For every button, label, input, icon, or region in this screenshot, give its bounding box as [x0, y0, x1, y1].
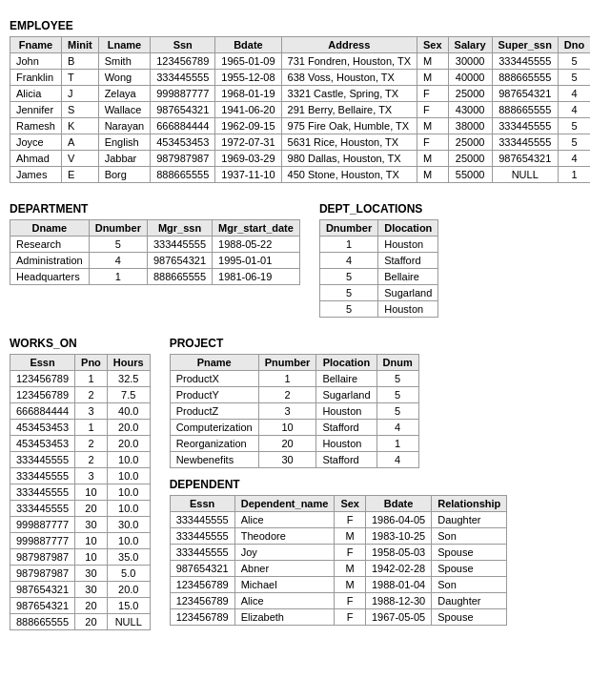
- table-cell: M: [417, 53, 449, 70]
- table-cell: 333445555: [492, 134, 558, 151]
- table-cell: 10.0: [107, 452, 150, 468]
- table-row: 3334455551010.0: [10, 484, 151, 501]
- table-cell: 888665555: [151, 167, 215, 183]
- table-cell: 638 Voss, Houston, TX: [281, 70, 417, 86]
- project-section: PROJECT PnamePnumberPlocationDnum Produc…: [170, 337, 580, 468]
- column-header: Bdate: [365, 496, 431, 512]
- table-cell: Alicia: [10, 86, 62, 102]
- table-cell: 1995-01-01: [213, 253, 300, 269]
- table-cell: F: [335, 593, 366, 609]
- table-row: 123456789132.5: [10, 371, 151, 387]
- table-row: AliciaJZelaya9998877771968-01-193321 Cas…: [10, 86, 591, 102]
- table-row: Administration49876543211995-01-01: [10, 253, 300, 269]
- table-cell: 987654321: [492, 151, 558, 167]
- table-cell: 333445555: [10, 484, 75, 501]
- table-cell: Stafford: [316, 420, 376, 436]
- table-cell: 291 Berry, Bellaire, TX: [281, 102, 417, 118]
- project-body: ProductX1Bellaire5ProductY2Sugarland5Pro…: [170, 371, 418, 468]
- table-cell: 20.0: [107, 436, 150, 452]
- table-cell: F: [417, 134, 449, 151]
- department-table: DnameDnumberMgr_ssnMgr_start_date Resear…: [10, 219, 300, 285]
- table-cell: Stafford: [378, 253, 438, 269]
- table-cell: 5.0: [107, 566, 150, 582]
- table-row: 453453453220.0: [10, 436, 151, 452]
- table-cell: 20.0: [107, 582, 150, 598]
- table-cell: 4: [89, 253, 147, 269]
- table-row: 333445555310.0: [10, 468, 151, 484]
- table-cell: 10: [75, 533, 108, 549]
- table-cell: 333445555: [170, 512, 234, 528]
- table-cell: 3: [258, 403, 316, 420]
- works-on-header-row: EssnPnoHours: [10, 355, 151, 371]
- table-cell: 20: [75, 614, 108, 630]
- table-cell: 987654321: [147, 253, 212, 269]
- table-row: 9998877771010.0: [10, 533, 151, 549]
- table-row: 453453453120.0: [10, 420, 151, 436]
- table-cell: 999887777: [151, 86, 215, 102]
- table-cell: M: [417, 151, 449, 167]
- table-row: 1Houston: [319, 237, 437, 253]
- employee-header-row: FnameMinitLnameSsnBdateAddressSexSalaryS…: [10, 37, 591, 53]
- table-cell: 40.0: [107, 403, 150, 420]
- column-header: Bdate: [215, 37, 281, 53]
- table-cell: James: [10, 167, 62, 183]
- table-cell: NULL: [107, 614, 150, 630]
- table-cell: Houston: [378, 237, 438, 253]
- table-row: 666884444340.0: [10, 403, 151, 420]
- table-cell: 40000: [448, 70, 492, 86]
- table-cell: 987987987: [10, 566, 75, 582]
- table-cell: Wong: [98, 70, 151, 86]
- column-header: Sex: [417, 37, 449, 53]
- table-cell: 5: [89, 237, 147, 253]
- table-row: JamesEBorg8886655551937-11-10450 Stone, …: [10, 167, 591, 183]
- table-cell: 10.0: [107, 468, 150, 484]
- table-cell: 1967-05-05: [365, 609, 431, 626]
- table-cell: 1: [558, 167, 590, 183]
- column-header: Ssn: [151, 37, 215, 53]
- table-cell: E: [61, 167, 98, 183]
- table-cell: 333445555: [10, 452, 75, 468]
- employee-section: EMPLOYEE FnameMinitLnameSsnBdateAddressS…: [10, 19, 580, 183]
- table-cell: ProductY: [170, 387, 258, 403]
- table-cell: 1981-06-19: [213, 269, 300, 285]
- table-cell: 888665555: [492, 102, 558, 118]
- table-row: 9876543213020.0: [10, 582, 151, 598]
- table-cell: 30.0: [107, 517, 150, 533]
- table-cell: 123456789: [10, 371, 75, 387]
- table-cell: Joyce: [10, 134, 62, 151]
- table-cell: M: [335, 561, 366, 577]
- table-cell: M: [417, 118, 449, 134]
- table-cell: Franklin: [10, 70, 62, 86]
- table-cell: 25000: [448, 151, 492, 167]
- table-cell: Bellaire: [378, 269, 438, 285]
- table-cell: T: [61, 70, 98, 86]
- table-cell: 15.0: [107, 598, 150, 614]
- table-cell: Reorganization: [170, 436, 258, 452]
- table-row: Computerization10Stafford4: [170, 420, 418, 436]
- table-row: JoyceAEnglish4534534531972-07-315631 Ric…: [10, 134, 591, 151]
- table-cell: 1941-06-20: [215, 102, 281, 118]
- department-section: DEPARTMENT DnameDnumberMgr_ssnMgr_start_…: [10, 193, 300, 318]
- table-cell: 123456789: [170, 577, 234, 593]
- table-cell: 333445555: [10, 501, 75, 517]
- table-cell: M: [335, 577, 366, 593]
- table-cell: Ramesh: [10, 118, 62, 134]
- table-cell: 1: [89, 269, 147, 285]
- department-title: DEPARTMENT: [10, 202, 300, 216]
- table-cell: M: [417, 167, 449, 183]
- table-cell: 25000: [448, 86, 492, 102]
- dept-locations-table: DnumberDlocation 1Houston4Stafford5Bella…: [319, 219, 438, 318]
- table-cell: English: [98, 134, 151, 151]
- table-cell: M: [335, 528, 366, 545]
- table-cell: 1983-10-25: [365, 528, 431, 545]
- table-cell: F: [335, 609, 366, 626]
- table-cell: 25000: [448, 134, 492, 151]
- table-cell: Abner: [234, 561, 335, 577]
- table-cell: 1955-12-08: [215, 70, 281, 86]
- table-cell: Spouse: [432, 609, 507, 626]
- table-cell: NULL: [492, 167, 558, 183]
- table-cell: 20.0: [107, 420, 150, 436]
- table-cell: 32.5: [107, 371, 150, 387]
- table-cell: Sugarland: [378, 285, 438, 301]
- table-row: 5Sugarland: [319, 285, 437, 301]
